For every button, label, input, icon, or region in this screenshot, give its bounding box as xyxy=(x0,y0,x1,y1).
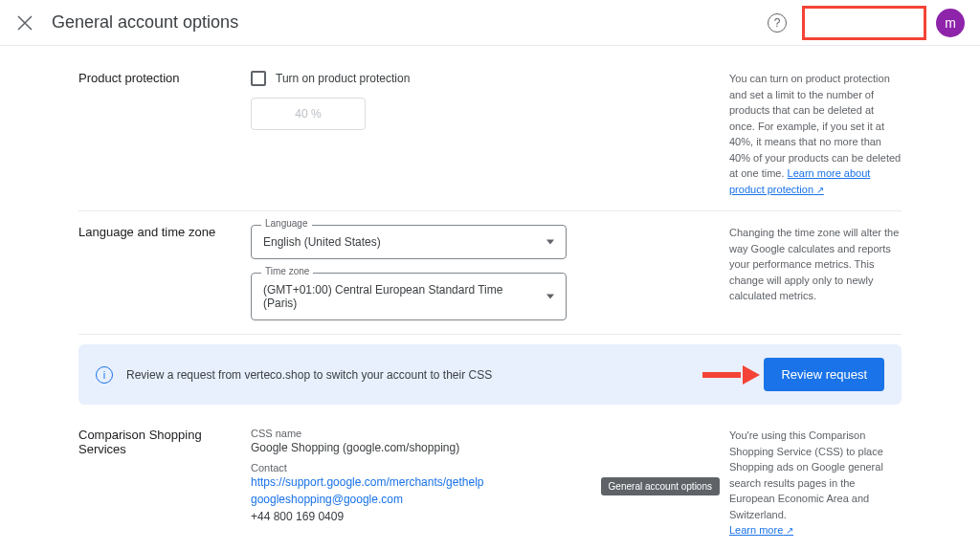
page-title: General account options xyxy=(52,12,768,33)
checkbox-label: Turn on product protection xyxy=(276,72,410,85)
timezone-select[interactable]: Time zone (GMT+01:00) Central European S… xyxy=(251,273,567,320)
field-label: Time zone xyxy=(261,266,313,276)
section-main: Turn on product protection 40 % xyxy=(251,71,729,197)
section-css: Comparison Shopping Services CSS name Go… xyxy=(78,414,902,550)
select-value: English (United States) xyxy=(263,235,531,249)
review-request-banner: i Review a request from verteco.shop to … xyxy=(78,344,902,405)
banner-text: Review a request from verteco.shop to sw… xyxy=(126,368,702,382)
percent-input-disabled: 40 % xyxy=(251,98,366,130)
avatar[interactable]: m xyxy=(936,9,965,37)
select-value: (GMT+01:00) Central European Standard Ti… xyxy=(263,283,531,310)
review-request-button[interactable]: Review request xyxy=(764,358,884,391)
language-select[interactable]: Language English (United States) xyxy=(251,225,567,259)
section-side: Changing the time zone will alter the wa… xyxy=(729,225,902,320)
side-text: You're using this Comparison Shopping Se… xyxy=(729,429,883,520)
close-icon[interactable] xyxy=(15,13,34,33)
tooltip: General account options xyxy=(601,477,720,495)
css-name-value: Google Shopping (google.com/shopping) xyxy=(251,441,710,454)
product-protection-checkbox[interactable] xyxy=(251,71,266,86)
section-side: You're using this Comparison Shopping Se… xyxy=(729,428,902,539)
content-area: Product protection Turn on product prote… xyxy=(78,46,902,550)
css-name-label: CSS name xyxy=(251,428,710,439)
annotation-highlight-box xyxy=(802,6,926,40)
side-text: Changing the time zone will alter the wa… xyxy=(729,227,899,301)
page-header: General account options ? m xyxy=(0,0,980,46)
section-language-timezone: Language and time zone Language English … xyxy=(78,211,902,335)
annotation-arrow xyxy=(702,365,760,385)
field-label: Language xyxy=(261,218,312,229)
contact-label: Contact xyxy=(251,462,710,473)
section-side: You can turn on product protection and s… xyxy=(729,71,902,197)
section-main: Language English (United States) Time zo… xyxy=(251,225,729,320)
chevron-down-icon xyxy=(546,240,554,245)
section-product-protection: Product protection Turn on product prote… xyxy=(78,57,902,211)
help-icon[interactable]: ? xyxy=(768,13,787,33)
contact-phone: +44 800 169 0409 xyxy=(251,510,710,523)
checkbox-row: Turn on product protection xyxy=(251,71,710,86)
chevron-down-icon xyxy=(546,295,554,299)
side-text: You can turn on product protection and s… xyxy=(729,73,901,179)
info-icon: i xyxy=(96,366,113,384)
section-label: Comparison Shopping Services xyxy=(78,428,251,539)
section-label: Product protection xyxy=(78,71,251,197)
section-label: Language and time zone xyxy=(78,225,251,320)
learn-more-link[interactable]: Learn more xyxy=(729,524,793,536)
